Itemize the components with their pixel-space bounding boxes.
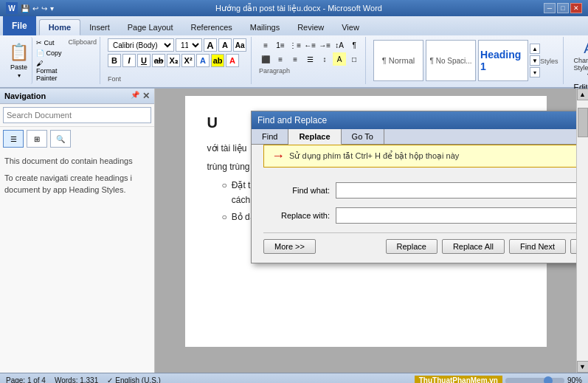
more-button[interactable]: More >> (263, 239, 316, 254)
increase-indent-button[interactable]: →≡ (318, 38, 331, 52)
tab-view[interactable]: View (333, 19, 368, 35)
borders-button[interactable]: □ (347, 52, 361, 66)
font-label: Font (108, 75, 121, 83)
quick-undo[interactable]: ↩ (32, 4, 38, 13)
scroll-thumb[interactable] (578, 108, 588, 137)
document-area: U với tài liệu trùng trùng thi ○ Đặt tiê… (155, 89, 576, 373)
font-color-button[interactable]: A (226, 54, 239, 67)
styles-scroll-up[interactable]: ▲ (530, 44, 540, 54)
navigation-panel: Navigation 📌 ✕ ☰ ⊞ 🔍 This document do co… (0, 89, 155, 373)
tab-file[interactable]: File (3, 16, 36, 35)
font-family-select[interactable]: Calibri (Body) (108, 38, 174, 52)
change-styles-button[interactable]: A Change Styles ▾ (571, 38, 588, 80)
minimize-button[interactable]: ─ (544, 3, 556, 13)
copy-button[interactable]: 📄 Copy (34, 49, 67, 58)
tab-mailings[interactable]: Mailings (241, 19, 288, 35)
align-center-button[interactable]: ≡ (274, 52, 287, 66)
grow-font-button[interactable]: A (204, 38, 217, 52)
show-paragraph-button[interactable]: ¶ (347, 38, 361, 52)
styles-expand[interactable]: ▾ (530, 67, 540, 77)
replace-with-input[interactable] (336, 207, 576, 224)
title-bar: W 💾 ↩ ↪ ▾ Hướng dẫn post tài liệu.docx -… (0, 0, 588, 16)
navigation-close-button[interactable]: ✕ (142, 91, 150, 101)
strikethrough-button[interactable]: ab (152, 54, 165, 67)
cut-button[interactable]: ✂ Cut (34, 38, 67, 47)
shrink-font-button[interactable]: A (218, 38, 232, 52)
find-next-button[interactable]: Find Next (509, 239, 566, 254)
find-what-input[interactable] (336, 182, 576, 199)
scroll-down-button[interactable]: ▼ (577, 361, 589, 373)
underline-button[interactable]: U (137, 54, 151, 67)
search-input[interactable] (3, 107, 151, 123)
styles-scroll-down[interactable]: ▼ (530, 55, 540, 66)
zoom-thumb[interactable] (544, 376, 553, 384)
nav-headings-button[interactable]: ☰ (3, 130, 24, 148)
cancel-button[interactable]: Cancel (570, 239, 576, 254)
zoom-area: ThuThuatPhanMem.vn 90% (415, 376, 582, 383)
tab-home[interactable]: Home (39, 19, 81, 35)
paste-arrow[interactable]: ▾ (18, 72, 21, 79)
numbering-button[interactable]: 1≡ (274, 38, 287, 52)
close-button[interactable]: ✕ (570, 3, 582, 13)
justify-button[interactable]: ☰ (303, 52, 317, 66)
style-no-spacing[interactable]: ¶ No Spaci... (426, 40, 476, 81)
replace-all-button[interactable]: Replace All (442, 239, 505, 254)
multilevel-list-button[interactable]: ⋮≡ (288, 38, 302, 52)
paste-button[interactable]: 📋 Paste ▾ (6, 37, 32, 84)
maximize-button[interactable]: □ (557, 3, 569, 13)
replace-with-row: Replace with: ▾ (263, 207, 576, 224)
find-replace-dialog: Find and Replace ? ✕ Find Replace Go To … (251, 111, 576, 263)
format-painter-button[interactable]: 🖌 Format Painter (34, 59, 67, 83)
page-label: Page: 1 of 4 (6, 376, 46, 383)
tab-review[interactable]: Review (288, 19, 333, 35)
tab-replace[interactable]: Replace (288, 129, 341, 145)
nav-results-button[interactable]: 🔍 (50, 130, 71, 148)
tab-references[interactable]: References (182, 19, 241, 35)
clipboard-group: 📋 Paste ▾ ✂ Cut 📄 Copy 🖌 Format Painter … (3, 37, 100, 84)
text-highlight-button[interactable]: ab (211, 54, 224, 67)
scroll-up-button[interactable]: ▲ (577, 89, 589, 100)
dialog-body: Find what: ▾ Replace with: ▾ More >> Rep… (252, 173, 576, 263)
ribbon: 📋 Paste ▾ ✂ Cut 📄 Copy 🖌 Format Painter … (0, 35, 588, 89)
bold-button[interactable]: B (108, 54, 121, 67)
align-left-button[interactable]: ⬛ (259, 52, 272, 66)
font-selector-row: Calibri (Body) 11 A A Aa (108, 38, 246, 52)
zoom-slider[interactable] (505, 378, 564, 384)
change-styles-icon: A (584, 40, 588, 57)
navigation-header: Navigation 📌 ✕ (0, 89, 154, 104)
language-status[interactable]: ✓ English (U.S.) (107, 376, 161, 383)
shading-button[interactable]: A (333, 52, 346, 66)
clear-format-button[interactable]: Aa (233, 38, 246, 52)
status-bar: Page: 1 of 4 Words: 1,331 ✓ English (U.S… (0, 373, 588, 383)
quick-save[interactable]: 💾 (21, 4, 30, 13)
clipboard-sub: ✂ Cut 📄 Copy 🖌 Format Painter (32, 37, 69, 84)
tab-goto[interactable]: Go To (342, 129, 384, 144)
align-right-button[interactable]: ≡ (288, 52, 302, 66)
styles-label: Styles (540, 58, 558, 65)
dialog-tabs: Find Replace Go To (252, 129, 576, 145)
tab-insert[interactable]: Insert (80, 19, 119, 35)
style-heading1[interactable]: Heading 1 (478, 40, 528, 81)
tab-page-layout[interactable]: Page Layout (119, 19, 182, 35)
superscript-button[interactable]: X² (181, 54, 195, 67)
paragraph-buttons: ≡ 1≡ ⋮≡ ←≡ →≡ ↕A ¶ ⬛ ≡ ≡ ☰ ↕ A □ (259, 38, 361, 66)
scroll-track[interactable] (577, 100, 589, 361)
sort-button[interactable]: ↕A (333, 38, 346, 52)
decrease-indent-button[interactable]: ←≡ (303, 38, 317, 52)
line-spacing-button[interactable]: ↕ (318, 52, 331, 66)
paragraph-label: Paragraph (259, 67, 290, 75)
replace-button[interactable]: Replace (386, 239, 437, 254)
nav-pages-button[interactable]: ⊞ (27, 130, 47, 148)
word-count-status: Words: 1,331 (55, 376, 98, 383)
tab-find[interactable]: Find (252, 129, 288, 144)
nav-pin[interactable]: 📌 (131, 91, 139, 101)
window-title: Hướng dẫn post tài liệu.docx - Microsoft… (54, 4, 544, 13)
subscript-button[interactable]: X₂ (167, 54, 180, 67)
italic-button[interactable]: I (122, 54, 136, 67)
text-effects-button[interactable]: A (196, 54, 210, 67)
font-size-select[interactable]: 11 (176, 38, 202, 52)
quick-redo[interactable]: ↪ (41, 4, 47, 13)
style-normal[interactable]: ¶ Normal (373, 40, 423, 81)
watermark-label: ThuThuatPhanMem.vn (415, 376, 502, 383)
bullets-button[interactable]: ≡ (259, 38, 272, 52)
